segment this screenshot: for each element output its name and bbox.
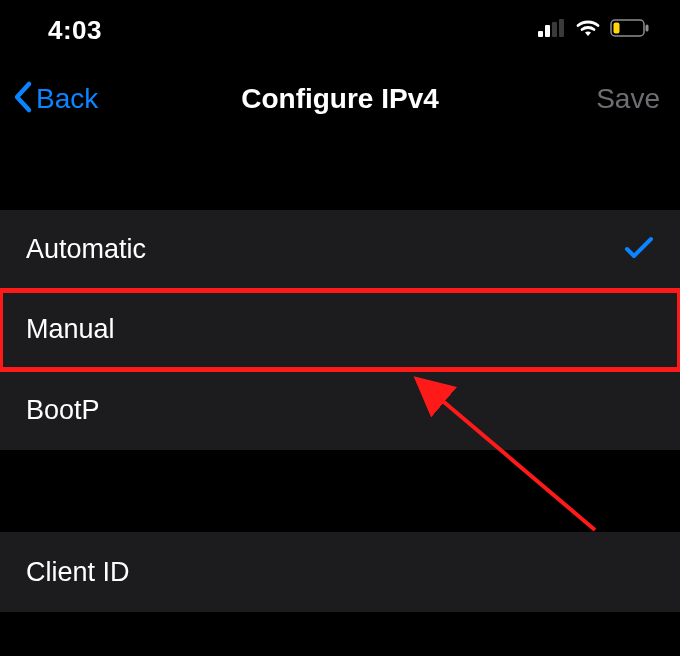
option-automatic[interactable]: Automatic [0, 210, 680, 290]
status-bar: 4:03 [0, 0, 680, 60]
battery-icon [610, 19, 650, 41]
option-label: Automatic [26, 234, 146, 265]
field-label: Client ID [26, 557, 130, 588]
chevron-left-icon [12, 80, 34, 118]
option-label: BootP [26, 395, 100, 426]
option-manual[interactable]: Manual [0, 290, 680, 370]
save-button[interactable]: Save [596, 83, 660, 115]
field-client-id[interactable]: Client ID [0, 532, 680, 612]
section-spacer [0, 138, 680, 210]
status-time: 4:03 [48, 15, 102, 46]
svg-rect-6 [614, 23, 620, 34]
svg-rect-0 [538, 31, 543, 37]
status-right [538, 18, 650, 42]
back-label: Back [36, 83, 98, 115]
back-button[interactable]: Back [12, 80, 98, 118]
wifi-icon [574, 18, 602, 42]
page-title: Configure IPv4 [241, 83, 439, 115]
svg-rect-2 [552, 22, 557, 37]
nav-bar: Back Configure IPv4 Save [0, 60, 680, 138]
ipv4-mode-list: Automatic Manual BootP [0, 210, 680, 450]
svg-rect-3 [559, 19, 564, 37]
svg-rect-5 [646, 25, 649, 32]
section-spacer [0, 450, 680, 532]
svg-rect-1 [545, 25, 550, 37]
checkmark-icon [624, 235, 654, 265]
client-id-section: Client ID [0, 532, 680, 612]
option-label: Manual [26, 314, 115, 345]
cellular-icon [538, 19, 566, 41]
option-bootp[interactable]: BootP [0, 370, 680, 450]
